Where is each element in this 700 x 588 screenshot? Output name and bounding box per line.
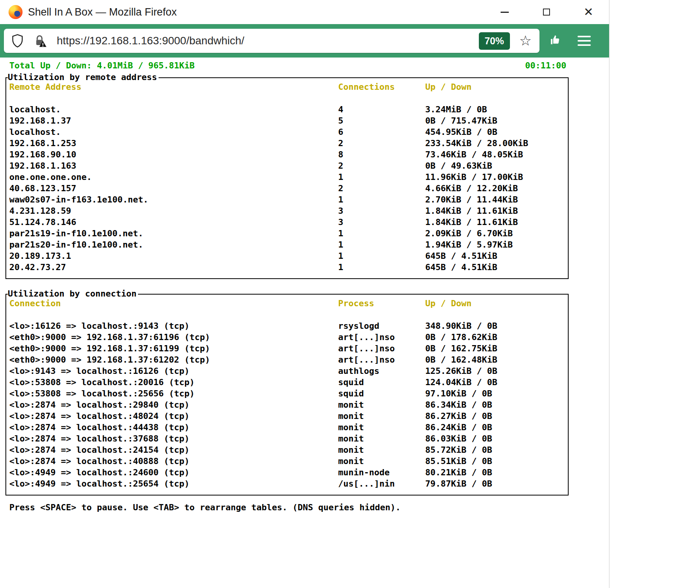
window-title: Shell In A Box — Mozilla Firefox [28,6,177,18]
table-row: localhost.43.24MiB / 0B [9,104,568,115]
col-process: Process [338,298,425,309]
totals-line: Total Up / Down: 4.01MiB / 965.81KiB 00:… [5,60,569,71]
table-row: localhost.6454.95KiB / 0B [9,126,568,138]
connection-table-title: Utilization by connection [8,288,138,299]
address-input[interactable]: https://192.168.1.163:9000/bandwhich/ [57,35,479,47]
tracking-protection-shield-icon[interactable] [12,34,23,47]
connection-table-header: Connection Process Up / Down [9,298,568,309]
browser-toolbar: https://192.168.1.163:9000/bandwhich/ 70… [0,24,609,58]
spacer-line [9,92,568,104]
col-remote-address: Remote Address [9,81,338,92]
col-connections: Connections [338,81,425,92]
minimize-icon [501,12,509,13]
spacer-line [9,309,568,320]
maximize-button[interactable] [541,7,552,17]
firefox-logo-icon [9,5,23,19]
table-row: <lo>:2874 => localhost.:24154 (tcp)monit… [9,444,568,455]
help-status-line: Press <SPACE> to pause. Use <TAB> to rea… [5,502,609,513]
table-row: <lo>:2874 => localhost.:29840 (tcp)monit… [9,399,568,410]
table-row: <lo>:16126 => localhost.:9143 (tcp)rsysl… [9,320,568,332]
zoom-level-badge[interactable]: 70% [479,32,510,50]
table-row: <lo>:53808 => localhost.:20016 (tcp)squi… [9,377,568,388]
page-content: Total Up / Down: 4.01MiB / 965.81KiB 00:… [0,58,609,588]
table-row: <eth0>:9000 => 192.168.1.37:61196 (tcp)a… [9,332,568,343]
insecure-lock-warning-icon[interactable] [33,34,47,47]
close-button[interactable]: ✕ [583,7,594,17]
title-bar: Shell In A Box — Mozilla Firefox ✕ [0,0,609,24]
table-row: 4.231.128.5931.84KiB / 11.61KiB [9,205,568,216]
table-row: par21s19-in-f10.1e100.net.12.09KiB / 6.7… [9,228,568,239]
elapsed-clock: 00:11:00 [525,60,566,71]
table-row: one.one.one.one.111.96KiB / 17.00KiB [9,171,568,183]
table-row: 192.168.90.10873.46KiB / 48.05KiB [9,149,568,160]
window-controls: ✕ [499,7,594,17]
table-row: 192.168.1.16320B / 49.63KiB [9,160,568,171]
table-row: <lo>:9143 => localhost.:16126 (tcp)authl… [9,365,568,377]
table-row: 51.124.78.14631.84KiB / 11.61KiB [9,216,568,228]
maximize-icon [543,9,550,16]
table-row: 192.168.1.2532233.54KiB / 28.00KiB [9,138,568,149]
table-row: <lo>:4949 => localhost.:24600 (tcp)munin… [9,467,568,478]
table-row: <lo>:4949 => localhost.:25654 (tcp)/us[.… [9,478,568,489]
bookmark-star-icon[interactable]: ☆ [519,34,532,48]
thumbs-up-icon[interactable] [549,34,561,48]
remote-table-title: Utilization by remote address [8,72,159,83]
table-row: <lo>:2874 => localhost.:44438 (tcp)monit… [9,422,568,433]
table-row: waw02s07-in-f163.1e100.net.12.70KiB / 11… [9,194,568,205]
toolbar-buttons [549,34,591,48]
table-row: <eth0>:9000 => 192.168.1.37:61199 (tcp)a… [9,343,568,354]
table-row: 40.68.123.15724.66KiB / 12.20KiB [9,183,568,194]
browser-window: Shell In A Box — Mozilla Firefox ✕ [0,0,609,588]
remote-table-header: Remote Address Connections Up / Down [9,81,568,92]
table-row: par21s20-in-f10.1e100.net.11.94KiB / 5.9… [9,239,568,250]
remote-table-rows: localhost.43.24MiB / 0B192.168.1.3750B /… [9,104,568,273]
total-up-down: Total Up / Down: 4.01MiB / 965.81KiB [9,60,195,71]
table-row: <lo>:2874 => localhost.:37688 (tcp)monit… [9,433,568,444]
connection-table-rows: <lo>:16126 => localhost.:9143 (tcp)rsysl… [9,320,568,489]
table-row: <eth0>:9000 => 192.168.1.37:61202 (tcp)a… [9,354,568,365]
connection-table: Utilization by connection Connection Pro… [5,294,569,496]
minimize-button[interactable] [499,7,510,17]
terminal: Total Up / Down: 4.01MiB / 965.81KiB 00:… [0,60,609,513]
close-icon: ✕ [583,6,593,18]
table-row: <lo>:2874 => localhost.:48024 (tcp)monit… [9,410,568,422]
remote-address-table: Utilization by remote address Remote Add… [5,77,569,279]
col-connection: Connection [9,298,338,309]
table-row: <lo>:53808 => localhost.:25656 (tcp)squi… [9,388,568,399]
table-row: 20.42.73.271645B / 4.51KiB [9,262,568,273]
table-row: 192.168.1.3750B / 715.47KiB [9,115,568,126]
table-row: <lo>:2874 => localhost.:40888 (tcp)monit… [9,455,568,467]
table-row: 20.189.173.11645B / 4.51KiB [9,250,568,262]
hamburger-menu-icon[interactable] [578,36,591,46]
url-bar[interactable]: https://192.168.1.163:9000/bandwhich/ 70… [4,29,539,53]
col-up-down: Up / Down [425,81,568,92]
col-up-down: Up / Down [425,298,568,309]
